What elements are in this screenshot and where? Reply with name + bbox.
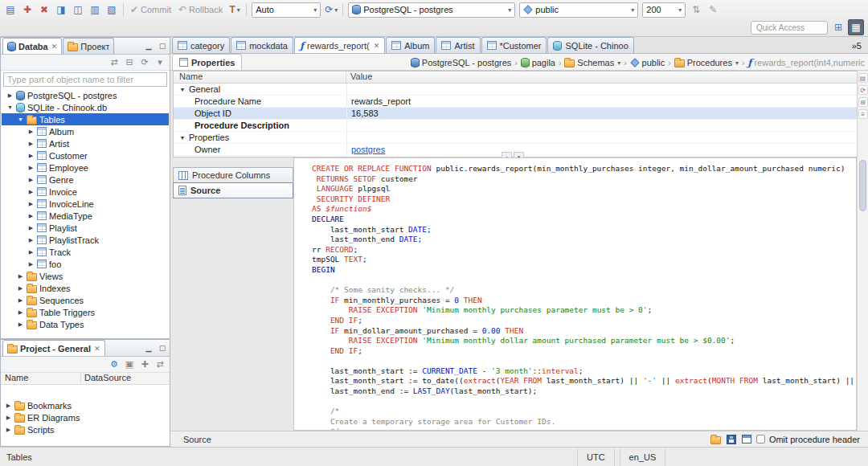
properties-menu-icon[interactable]: ≡: [858, 109, 868, 119]
timezone-indicator[interactable]: UTC: [577, 448, 615, 466]
maximize-panel-icon[interactable]: ▢: [158, 41, 167, 51]
dbeaver-perspective-button[interactable]: ▦: [848, 19, 864, 35]
tree-item-customer[interactable]: ▶Customer: [2, 149, 169, 161]
new-item-icon[interactable]: ✚: [139, 360, 150, 369]
disconnect-button[interactable]: ✖: [36, 2, 52, 18]
expand-collapsed-icon[interactable]: ▶: [27, 213, 35, 219]
scroll-lock-button[interactable]: ⇅: [688, 2, 704, 18]
omit-header-option[interactable]: Omit procedure header: [756, 435, 860, 444]
expand-collapsed-icon[interactable]: ▶: [5, 415, 12, 421]
editor-tab-sqlite-chinoo[interactable]: SQLite - Chinoo: [547, 37, 633, 53]
tree-item-playlist[interactable]: ▶Playlist: [2, 222, 169, 234]
expand-collapsed-icon[interactable]: ▶: [5, 427, 12, 433]
expand-expanded-icon[interactable]: ▼: [6, 104, 14, 110]
breadcrumb-item-public[interactable]: public: [628, 58, 667, 67]
tree-item-sqlite-chinook-db[interactable]: ▼SQLite - Chinook.db: [2, 101, 169, 113]
project-tab[interactable]: Project - General ✕: [2, 340, 105, 356]
expand-all-icon[interactable]: ⊞: [858, 97, 868, 107]
source-viewer[interactable]: CREATE OR REPLACE FUNCTION public.reward…: [293, 157, 857, 431]
expand-collapsed-icon[interactable]: ▶: [27, 153, 35, 159]
expand-collapsed-icon[interactable]: ▶: [27, 261, 35, 268]
source-scrollbar[interactable]: [857, 157, 868, 431]
close-tab-icon[interactable]: ✕: [94, 345, 100, 353]
expand-collapsed-icon[interactable]: ▶: [17, 309, 24, 316]
open-in-sql-editor-icon[interactable]: [742, 435, 751, 444]
refresh-properties-icon[interactable]: ⟳: [858, 85, 868, 95]
section-procedure-columns[interactable]: Procedure Columns: [173, 167, 293, 183]
tab-overflow-indicator[interactable]: »5: [852, 41, 866, 53]
project-item-scripts[interactable]: ▶Scripts: [2, 423, 169, 435]
schema-select[interactable]: public ▾: [519, 2, 638, 18]
property-row-procedure-description[interactable]: Procedure Description: [174, 120, 857, 132]
column-header-name[interactable]: Name: [174, 72, 346, 83]
new-connection-button[interactable]: ✚: [19, 2, 35, 18]
autocommit-select[interactable]: Auto ▾: [252, 2, 321, 18]
editor-tab-customer[interactable]: *Customer: [481, 37, 547, 53]
expand-collapsed-icon[interactable]: ▶: [27, 165, 35, 171]
connection-select[interactable]: PostgreSQL - postgres ▾: [348, 2, 515, 18]
expand-collapsed-icon[interactable]: ▶: [27, 249, 35, 255]
expand-collapsed-icon[interactable]: ▶: [27, 189, 35, 195]
locale-indicator[interactable]: en_US: [620, 448, 666, 466]
expand-collapsed-icon[interactable]: ▶: [17, 321, 24, 328]
omit-header-checkbox[interactable]: [756, 435, 765, 444]
load-from-file-icon[interactable]: [710, 436, 721, 444]
maximize-panel-icon[interactable]: ▢: [158, 343, 167, 353]
quick-access-input[interactable]: [751, 21, 828, 35]
column-header-name[interactable]: Name: [1, 373, 81, 384]
breadcrumb-item-pagila[interactable]: pagila: [519, 58, 557, 67]
collapse-all-icon[interactable]: ⊟: [124, 58, 135, 67]
tree-item-postgresql-postgres[interactable]: ▶PostgreSQL - postgres: [2, 89, 169, 101]
expand-collapsed-icon[interactable]: ▶: [6, 92, 14, 99]
navigator-tab-проект[interactable]: Проект: [63, 38, 114, 54]
expand-expanded-icon[interactable]: ▼: [178, 87, 186, 92]
tree-item-views[interactable]: ▶Views: [2, 270, 169, 282]
tree-item-artist[interactable]: ▶Artist: [2, 137, 169, 149]
expand-collapsed-icon[interactable]: ▶: [17, 285, 24, 292]
editor-tab-album[interactable]: Album: [386, 37, 435, 53]
scrollbar-thumb[interactable]: [859, 160, 866, 211]
tree-item-employee[interactable]: ▶Employee: [2, 161, 169, 174]
tab-properties[interactable]: Properties: [172, 54, 242, 70]
tree-item-indexes[interactable]: ▶Indexes: [2, 282, 169, 294]
tree-item-sequences[interactable]: ▶Sequences: [2, 294, 169, 306]
property-row-procedure-name[interactable]: Procedure Namerewards_report: [174, 96, 857, 108]
sql-editor-button[interactable]: ▤: [2, 2, 18, 18]
close-tab-icon[interactable]: ✕: [51, 43, 58, 51]
output-window-button[interactable]: ▥: [87, 2, 103, 18]
expand-collapsed-icon[interactable]: ▶: [27, 225, 35, 231]
editor-tab-category[interactable]: category: [172, 37, 230, 53]
edit-mode-button[interactable]: ✎: [705, 2, 721, 18]
expand-collapsed-icon[interactable]: ▶: [27, 141, 35, 147]
tree-item-invoice[interactable]: ▶Invoice: [2, 186, 169, 198]
minimize-panel-icon[interactable]: ▁: [144, 343, 154, 353]
new-window-button[interactable]: ▧: [104, 2, 120, 18]
property-row-properties[interactable]: ▼Properties: [174, 132, 857, 144]
commit-button[interactable]: ✔ Commit: [127, 2, 174, 18]
refresh-tree-icon[interactable]: ⟳: [139, 58, 150, 67]
save-properties-icon[interactable]: ▤: [858, 73, 868, 83]
open-perspective-button[interactable]: ⊞: [830, 19, 846, 35]
breadcrumb-item-procedures[interactable]: Procedures▾: [673, 58, 740, 67]
tree-item-invoiceline[interactable]: ▶InvoiceLine: [2, 198, 169, 210]
tree-item-foo[interactable]: ▶foo: [2, 258, 169, 270]
copy-icon[interactable]: ▣: [124, 360, 135, 369]
expand-collapsed-icon[interactable]: ▶: [27, 237, 35, 243]
tree-item-genre[interactable]: ▶Genre: [2, 174, 169, 186]
sql-console-button[interactable]: ◫: [70, 2, 86, 18]
editor-tab-rewards-report[interactable]: ƒrewards_report(✕: [294, 37, 385, 53]
expand-expanded-icon[interactable]: ▼: [17, 117, 24, 122]
project-item-bookmarks[interactable]: ▶Bookmarks: [2, 399, 169, 411]
object-filter-input[interactable]: [3, 72, 167, 87]
expand-collapsed-icon[interactable]: ▶: [5, 403, 12, 409]
minimize-panel-icon[interactable]: ▁: [144, 41, 154, 51]
breadcrumb-item-postgresql-postgres[interactable]: PostgreSQL - postgres: [409, 58, 513, 67]
expand-collapsed-icon[interactable]: ▶: [27, 177, 35, 183]
expand-collapsed-icon[interactable]: ▶: [27, 129, 35, 135]
property-row-general[interactable]: ▼General: [174, 84, 857, 96]
tree-item-data-types[interactable]: ▶Data Types: [2, 318, 169, 330]
open-window-button[interactable]: ◨: [53, 2, 69, 18]
refresh-button[interactable]: ⟳ ▾: [323, 2, 339, 18]
link-with-editor-icon[interactable]: ⇄: [108, 58, 120, 67]
transaction-log-button[interactable]: T ▾: [227, 2, 243, 18]
